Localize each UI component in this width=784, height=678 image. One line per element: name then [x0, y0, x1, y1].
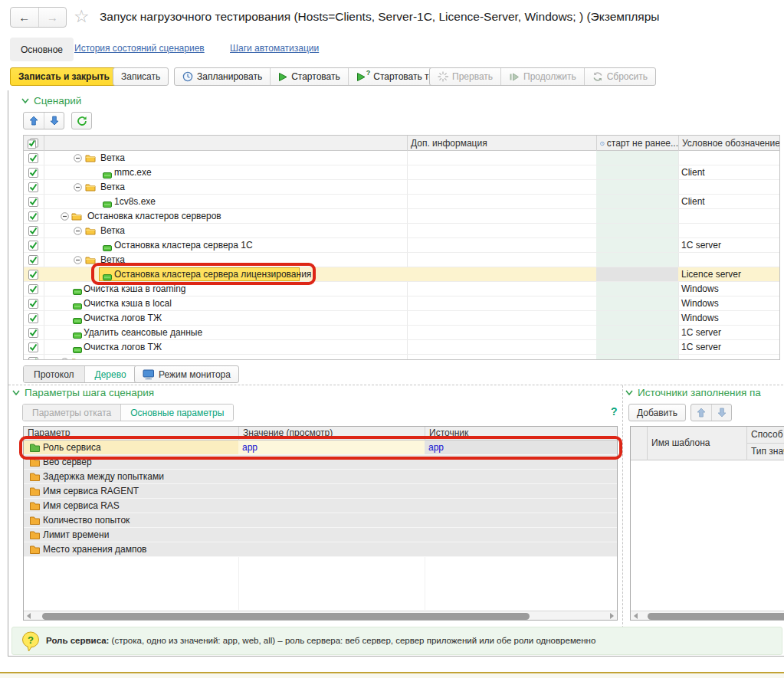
move-down-button-disabled[interactable]	[711, 405, 731, 421]
column-header-value-type[interactable]: Тип значен	[747, 444, 784, 460]
add-button[interactable]: Добавить	[628, 404, 686, 421]
row-checkbox[interactable]	[28, 328, 38, 338]
row-checkbox[interactable]	[28, 168, 38, 178]
tab-link-history[interactable]: История состояний сценариев	[74, 43, 205, 54]
param-source: app	[428, 441, 444, 455]
tab-main[interactable]: Основное	[10, 38, 74, 61]
move-down-button[interactable]	[44, 113, 64, 129]
column-header-template-name[interactable]: Имя шаблона	[648, 427, 747, 460]
vertical-separator[interactable]	[622, 385, 623, 655]
tree-expander[interactable]	[74, 154, 82, 165]
row-checkbox[interactable]	[28, 153, 38, 163]
collapse-icon[interactable]	[74, 227, 82, 235]
row-checkbox[interactable]	[28, 211, 38, 221]
row-checkbox[interactable]	[28, 270, 38, 280]
scroll-right-arrow[interactable]	[610, 613, 614, 619]
row-checkbox[interactable]	[28, 182, 38, 192]
row-checkbox[interactable]	[28, 197, 38, 207]
param-row[interactable]: Место хранения дампов	[24, 542, 617, 557]
param-row[interactable]: Имя сервиса RAGENT	[24, 484, 617, 499]
param-row[interactable]: Веб сервер	[24, 455, 617, 470]
tab-link-automation[interactable]: Шаги автоматизации	[230, 43, 319, 54]
param-row[interactable]: Задержка между попытками	[24, 470, 617, 484]
back-button[interactable]: ←	[11, 8, 38, 27]
column-header-tree[interactable]	[44, 136, 407, 151]
tree-expander[interactable]	[74, 183, 82, 194]
move-up-button-disabled[interactable]	[691, 405, 711, 421]
tree-row[interactable]: Остановка кластеров серверов	[24, 209, 779, 224]
tree-row[interactable]: Очистка логов ТЖWindows	[24, 311, 779, 326]
row-checkbox[interactable]	[28, 255, 38, 265]
subtab-main-params[interactable]: Основные параметры	[120, 405, 233, 421]
tree-row[interactable]: Ветка	[24, 253, 779, 267]
section-header-fill-sources[interactable]: Источники заполнения па	[625, 387, 783, 398]
tree-row[interactable]: Остановка кластера сервера 1С1C server	[24, 238, 779, 253]
row-checkbox[interactable]	[28, 226, 38, 236]
start-button[interactable]: Стартовать	[270, 68, 348, 85]
save-button[interactable]: Записать	[113, 67, 169, 86]
collapse-icon[interactable]	[61, 212, 69, 221]
schedule-button[interactable]: Запланировать	[175, 68, 270, 85]
row-checkbox[interactable]	[28, 299, 38, 309]
row-checkbox[interactable]	[28, 342, 38, 352]
scrollbar-thumb[interactable]	[648, 613, 784, 620]
tree-row[interactable]: Остановка кластера сервера лицензировани…	[24, 267, 779, 282]
tree-row[interactable]: Очистка кэша в roamingWindows	[24, 282, 779, 296]
tree-row[interactable]: 1cv8s.exeClient	[24, 195, 779, 209]
fill-sources-hscrollbar[interactable]	[631, 611, 784, 620]
params-help-link[interactable]: ?	[611, 405, 618, 418]
scroll-left-arrow[interactable]	[634, 613, 638, 619]
refresh-button[interactable]	[71, 112, 92, 129]
collapse-icon[interactable]	[74, 154, 82, 162]
collapse-icon[interactable]	[74, 183, 82, 192]
tree-expander[interactable]	[61, 212, 69, 223]
collapse-icon[interactable]	[74, 256, 82, 264]
tree-row[interactable]: Очистка кэша в localWindows	[24, 296, 779, 311]
column-header-value[interactable]: Значение (просмотр)	[238, 427, 425, 441]
favorite-star-icon[interactable]: ☆	[74, 6, 90, 27]
column-header-extra[interactable]: Доп. информация	[407, 136, 596, 151]
column-header-fill-method[interactable]: Способ за	[747, 427, 784, 444]
column-header-param[interactable]: Параметр	[24, 427, 238, 441]
tree-row[interactable]: Удалить сеансовые данные1C server	[24, 326, 779, 340]
tree-row[interactable]: Очистка логов ТЖ1C server	[24, 340, 779, 355]
tree-row[interactable]: Ветка	[24, 151, 779, 165]
row-checkbox[interactable]	[28, 284, 38, 294]
column-header-source[interactable]: Источник	[425, 427, 618, 441]
param-row[interactable]: Лимит времени	[24, 528, 617, 542]
column-header-start-not-earlier[interactable]: старт не ранее...	[596, 136, 678, 151]
horizontal-separator[interactable]	[8, 385, 783, 385]
scroll-left-arrow[interactable]	[27, 613, 31, 619]
resume-button[interactable]: Продолжить	[500, 68, 584, 85]
section-header-step-params[interactable]: Параметры шага сценария	[12, 387, 154, 398]
column-header-designation[interactable]: Условное обозначение ед	[678, 136, 780, 151]
param-table-hscrollbar[interactable]	[24, 611, 617, 620]
subtab-rollback-params[interactable]: Параметры отката	[23, 405, 120, 421]
section-header-scenario[interactable]: Сценарий	[21, 95, 81, 106]
row-checkbox[interactable]	[28, 313, 38, 323]
tree-expander[interactable]	[61, 358, 69, 360]
scrollbar-thumb[interactable]	[42, 613, 530, 620]
view-tab-protocol[interactable]: Протокол	[24, 366, 84, 382]
row-checkbox[interactable]	[28, 357, 38, 360]
row-checkbox[interactable]	[28, 241, 38, 251]
param-row[interactable]: Количество попыток	[24, 513, 617, 528]
tree-row[interactable]: mmc.exeClient	[24, 165, 779, 180]
move-up-button[interactable]	[24, 113, 44, 129]
view-tab-tree[interactable]: Дерево	[84, 366, 136, 382]
save-close-button[interactable]: Записать и закрыть	[10, 67, 118, 86]
param-source-cell	[425, 499, 617, 513]
interrupt-button[interactable]: Прервать	[430, 68, 500, 85]
forward-button[interactable]: →	[38, 8, 67, 27]
reset-button[interactable]: Сбросить	[584, 68, 655, 85]
tree-expander[interactable]	[74, 227, 82, 237]
tree-row[interactable]	[24, 355, 779, 360]
collapse-icon[interactable]	[61, 358, 69, 360]
param-row[interactable]: Имя сервиса RAS	[24, 499, 617, 513]
tree-row[interactable]: Ветка	[24, 180, 779, 195]
column-header-checkall[interactable]	[24, 136, 44, 151]
tree-row[interactable]: Ветка	[24, 224, 779, 238]
tree-expander[interactable]	[74, 256, 82, 267]
param-row[interactable]: Роль сервисаappapp	[24, 441, 617, 455]
monitor-mode-button[interactable]: Режим монитора	[134, 365, 239, 383]
